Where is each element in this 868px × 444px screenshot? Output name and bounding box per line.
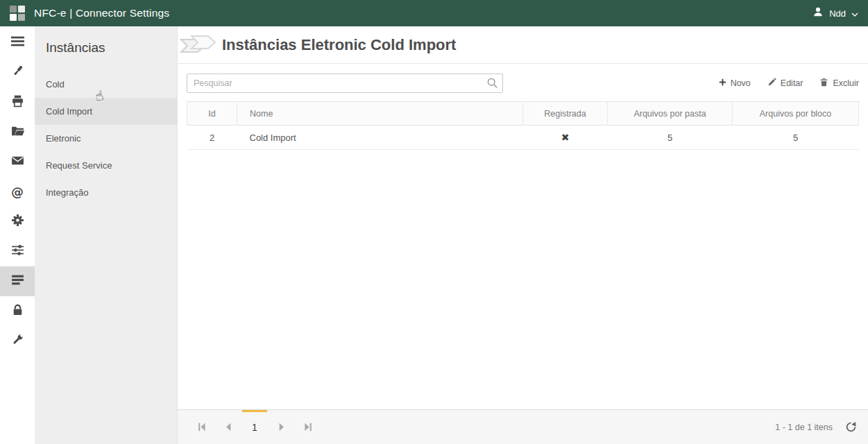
at-icon: @ <box>11 185 24 199</box>
envelope-icon <box>11 154 24 170</box>
user-name: Ndd <box>829 8 846 19</box>
data-grid: Id Nome Registrada Arquivos por pasta Ar… <box>178 101 868 150</box>
not-registered-icon: ✖ <box>561 132 570 143</box>
sliders-icon <box>11 244 24 259</box>
sidebar-item-cold-import[interactable]: Cold Import <box>35 98 177 125</box>
column-header-id[interactable]: Id <box>187 102 237 126</box>
next-page-button[interactable] <box>268 410 294 444</box>
selected-page-indicator <box>242 410 267 412</box>
last-page-button[interactable] <box>294 410 321 444</box>
rail-item-printer[interactable] <box>0 87 35 117</box>
instances-page-icon <box>179 32 219 58</box>
search-input[interactable] <box>187 74 503 93</box>
search-wrap <box>187 74 503 93</box>
sidebar-item-cold[interactable]: Cold <box>35 71 177 98</box>
printer-icon <box>11 94 24 110</box>
novo-button[interactable]: Novo <box>719 78 751 88</box>
trash-icon <box>819 78 828 89</box>
cell-registrada: ✖ <box>523 126 608 150</box>
editar-label: Editar <box>781 78 803 88</box>
pager-right: 1 - 1 de 1 itens <box>775 421 857 433</box>
page-number-button[interactable]: 1 <box>241 410 268 444</box>
rail-item-brush[interactable] <box>0 58 35 87</box>
rail-item-mail[interactable] <box>0 147 35 177</box>
rail-item-settings[interactable] <box>0 207 35 237</box>
sidebar-item-label: Cold Import <box>46 106 92 117</box>
folder-open-icon <box>11 124 24 140</box>
editar-button[interactable]: Editar <box>767 78 803 89</box>
sidebar-title: Instâncias <box>35 26 177 71</box>
list-icon <box>11 273 24 289</box>
cell-nome: Cold Import <box>237 126 523 150</box>
pager: 1 1 - 1 de 1 itens <box>178 409 868 444</box>
excluir-button[interactable]: Excluir <box>819 78 859 89</box>
user-icon <box>812 6 824 20</box>
grid-empty-area <box>178 150 868 409</box>
plus-icon <box>719 78 726 88</box>
app-logo <box>10 6 25 21</box>
cell-arquivos-pasta: 5 <box>608 126 733 150</box>
grid-toolbar: Novo Editar Excluir <box>178 64 868 101</box>
column-header-arquivos-bloco[interactable]: Arquivos por bloco <box>733 102 859 126</box>
app-title: NFC-e | Connector Settings <box>34 7 169 19</box>
sidebar-item-label: Integração <box>46 187 88 198</box>
page-header: Instâncias Eletronic Cold Import <box>178 26 868 64</box>
rail-item-instances[interactable] <box>0 266 35 296</box>
column-header-nome[interactable]: Nome <box>237 102 523 126</box>
page-number: 1 <box>252 422 257 433</box>
rail-item-tools[interactable] <box>0 326 35 356</box>
chevron-down-icon <box>851 7 858 19</box>
menu-toggle-button[interactable] <box>0 28 35 58</box>
cell-arquivos-bloco: 5 <box>733 126 859 150</box>
menu-icon <box>11 35 24 51</box>
edit-icon <box>767 78 776 89</box>
brush-icon <box>11 65 24 80</box>
search-icon[interactable] <box>486 77 498 92</box>
icon-rail: @ <box>0 26 35 444</box>
sidebar-item-request-service[interactable]: Request Service <box>35 152 177 179</box>
rail-item-preferences[interactable] <box>0 237 35 266</box>
page-title: Instâncias Eletronic Cold Import <box>222 36 456 54</box>
sidebar-item-eletronic[interactable]: Eletronic <box>35 125 177 152</box>
first-page-button[interactable] <box>189 410 215 444</box>
rail-item-files[interactable] <box>0 117 35 147</box>
rail-item-email-config[interactable]: @ <box>0 177 35 207</box>
sidebar: Instâncias Cold Cold Import Eletronic Re… <box>35 26 178 444</box>
main-content: Instâncias Eletronic Cold Import Novo Ed… <box>178 26 868 444</box>
lock-icon <box>11 303 24 319</box>
sidebar-item-label: Eletronic <box>46 133 81 144</box>
rail-item-security[interactable] <box>0 296 35 326</box>
excluir-label: Excluir <box>833 78 859 88</box>
novo-label: Novo <box>731 78 751 88</box>
wrench-icon <box>11 333 24 349</box>
column-header-registrada[interactable]: Registrada <box>523 102 608 126</box>
sidebar-item-label: Request Service <box>46 160 112 171</box>
top-bar: NFC-e | Connector Settings Ndd <box>0 0 868 26</box>
table-row[interactable]: 2 Cold Import ✖ 5 5 <box>187 126 859 150</box>
column-header-arquivos-pasta[interactable]: Arquivos por pasta <box>608 102 733 126</box>
gear-icon <box>11 214 24 230</box>
table-header-row: Id Nome Registrada Arquivos por pasta Ar… <box>187 102 859 126</box>
user-menu[interactable]: Ndd <box>812 6 858 20</box>
sidebar-item-integracao[interactable]: Integração <box>35 179 177 206</box>
sidebar-item-label: Cold <box>46 79 65 89</box>
prev-page-button[interactable] <box>215 410 241 444</box>
cell-id: 2 <box>187 126 237 150</box>
refresh-button[interactable] <box>845 421 857 433</box>
toolbar-buttons: Novo Editar Excluir <box>719 78 859 89</box>
pager-info: 1 - 1 de 1 itens <box>775 422 833 432</box>
